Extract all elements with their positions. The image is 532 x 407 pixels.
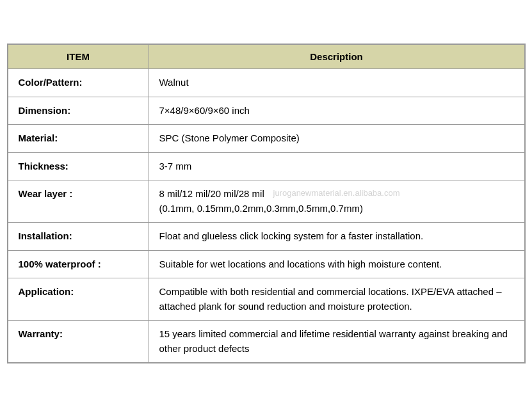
table-row-description: 8 mil/12 mil/20 mil/28 miljuroganewmater… <box>149 180 524 223</box>
header-description: Description <box>149 45 524 69</box>
table-row-description: 3-7 mm <box>149 152 524 180</box>
table-row-description: Compatible with both residential and com… <box>149 278 524 321</box>
table-row-item: Installation: <box>8 223 149 251</box>
table-row-item: Wear layer : <box>8 180 149 223</box>
table-row-item: 100% waterproof : <box>8 250 149 278</box>
product-table: ITEM Description Color/Pattern:WalnutDim… <box>7 44 526 363</box>
table-row-item: Color/Pattern: <box>8 69 149 97</box>
table-row-item: Thickness: <box>8 152 149 180</box>
table-row-item: Material: <box>8 125 149 153</box>
table-row-description: Walnut <box>149 69 524 97</box>
header-item: ITEM <box>8 45 149 69</box>
table-row-description: 15 years limited commercial and lifetime… <box>149 321 524 363</box>
table-row-item: Warranty: <box>8 321 149 363</box>
table-row-item: Dimension: <box>8 97 149 125</box>
table-row-item: Application: <box>8 278 149 321</box>
table-row-description: Float and glueless click locking system … <box>149 223 524 251</box>
table-row-description: Suitable for wet locations and locations… <box>149 250 524 278</box>
table-row-description: 7×48/9×60/9×60 inch <box>149 97 524 125</box>
table-row-description: SPC (Stone Polymer Composite) <box>149 125 524 153</box>
